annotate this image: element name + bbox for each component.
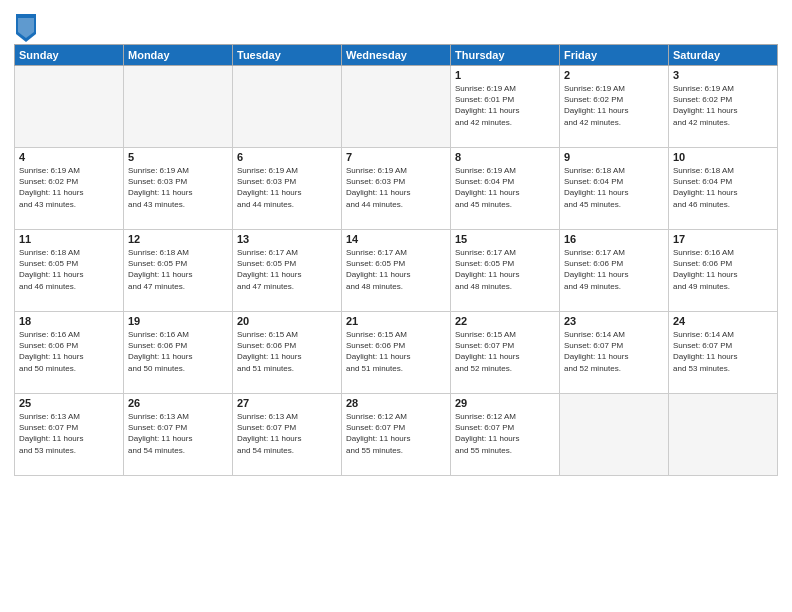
calendar-cell: [560, 394, 669, 476]
calendar-week-row: 4Sunrise: 6:19 AM Sunset: 6:02 PM Daylig…: [15, 148, 778, 230]
weekday-header-row: SundayMondayTuesdayWednesdayThursdayFrid…: [15, 45, 778, 66]
calendar-cell: 1Sunrise: 6:19 AM Sunset: 6:01 PM Daylig…: [451, 66, 560, 148]
logo-icon: [16, 14, 36, 42]
calendar-cell: 23Sunrise: 6:14 AM Sunset: 6:07 PM Dayli…: [560, 312, 669, 394]
day-info: Sunrise: 6:18 AM Sunset: 6:05 PM Dayligh…: [19, 247, 119, 292]
calendar-cell: 12Sunrise: 6:18 AM Sunset: 6:05 PM Dayli…: [124, 230, 233, 312]
day-number: 24: [673, 315, 773, 327]
calendar-cell: 10Sunrise: 6:18 AM Sunset: 6:04 PM Dayli…: [669, 148, 778, 230]
day-number: 12: [128, 233, 228, 245]
weekday-header: Wednesday: [342, 45, 451, 66]
weekday-header: Tuesday: [233, 45, 342, 66]
day-number: 9: [564, 151, 664, 163]
calendar-cell: 17Sunrise: 6:16 AM Sunset: 6:06 PM Dayli…: [669, 230, 778, 312]
day-number: 29: [455, 397, 555, 409]
day-info: Sunrise: 6:19 AM Sunset: 6:04 PM Dayligh…: [455, 165, 555, 210]
day-number: 5: [128, 151, 228, 163]
day-number: 6: [237, 151, 337, 163]
day-info: Sunrise: 6:17 AM Sunset: 6:06 PM Dayligh…: [564, 247, 664, 292]
day-number: 19: [128, 315, 228, 327]
calendar-cell: 27Sunrise: 6:13 AM Sunset: 6:07 PM Dayli…: [233, 394, 342, 476]
day-number: 25: [19, 397, 119, 409]
day-number: 21: [346, 315, 446, 327]
day-info: Sunrise: 6:19 AM Sunset: 6:01 PM Dayligh…: [455, 83, 555, 128]
day-info: Sunrise: 6:14 AM Sunset: 6:07 PM Dayligh…: [564, 329, 664, 374]
calendar-cell: 2Sunrise: 6:19 AM Sunset: 6:02 PM Daylig…: [560, 66, 669, 148]
calendar-cell: 3Sunrise: 6:19 AM Sunset: 6:02 PM Daylig…: [669, 66, 778, 148]
day-number: 16: [564, 233, 664, 245]
day-number: 8: [455, 151, 555, 163]
calendar-cell: 21Sunrise: 6:15 AM Sunset: 6:06 PM Dayli…: [342, 312, 451, 394]
calendar-cell: 7Sunrise: 6:19 AM Sunset: 6:03 PM Daylig…: [342, 148, 451, 230]
day-number: 10: [673, 151, 773, 163]
day-info: Sunrise: 6:19 AM Sunset: 6:02 PM Dayligh…: [19, 165, 119, 210]
day-info: Sunrise: 6:12 AM Sunset: 6:07 PM Dayligh…: [346, 411, 446, 456]
calendar-cell: 15Sunrise: 6:17 AM Sunset: 6:05 PM Dayli…: [451, 230, 560, 312]
calendar-table: SundayMondayTuesdayWednesdayThursdayFrid…: [14, 44, 778, 476]
weekday-header: Thursday: [451, 45, 560, 66]
calendar-cell: [124, 66, 233, 148]
day-number: 26: [128, 397, 228, 409]
day-number: 1: [455, 69, 555, 81]
day-info: Sunrise: 6:14 AM Sunset: 6:07 PM Dayligh…: [673, 329, 773, 374]
calendar-cell: 29Sunrise: 6:12 AM Sunset: 6:07 PM Dayli…: [451, 394, 560, 476]
day-info: Sunrise: 6:16 AM Sunset: 6:06 PM Dayligh…: [128, 329, 228, 374]
day-number: 20: [237, 315, 337, 327]
day-info: Sunrise: 6:13 AM Sunset: 6:07 PM Dayligh…: [19, 411, 119, 456]
day-number: 22: [455, 315, 555, 327]
day-info: Sunrise: 6:17 AM Sunset: 6:05 PM Dayligh…: [346, 247, 446, 292]
calendar-cell: 28Sunrise: 6:12 AM Sunset: 6:07 PM Dayli…: [342, 394, 451, 476]
calendar-cell: 16Sunrise: 6:17 AM Sunset: 6:06 PM Dayli…: [560, 230, 669, 312]
calendar-cell: [15, 66, 124, 148]
day-number: 18: [19, 315, 119, 327]
day-number: 7: [346, 151, 446, 163]
day-info: Sunrise: 6:15 AM Sunset: 6:06 PM Dayligh…: [237, 329, 337, 374]
calendar-cell: 25Sunrise: 6:13 AM Sunset: 6:07 PM Dayli…: [15, 394, 124, 476]
weekday-header: Saturday: [669, 45, 778, 66]
day-info: Sunrise: 6:18 AM Sunset: 6:04 PM Dayligh…: [564, 165, 664, 210]
weekday-header: Friday: [560, 45, 669, 66]
day-info: Sunrise: 6:19 AM Sunset: 6:03 PM Dayligh…: [128, 165, 228, 210]
page: SundayMondayTuesdayWednesdayThursdayFrid…: [0, 0, 792, 612]
day-info: Sunrise: 6:19 AM Sunset: 6:03 PM Dayligh…: [346, 165, 446, 210]
day-number: 14: [346, 233, 446, 245]
day-number: 23: [564, 315, 664, 327]
day-number: 15: [455, 233, 555, 245]
day-info: Sunrise: 6:13 AM Sunset: 6:07 PM Dayligh…: [128, 411, 228, 456]
day-info: Sunrise: 6:13 AM Sunset: 6:07 PM Dayligh…: [237, 411, 337, 456]
calendar-week-row: 11Sunrise: 6:18 AM Sunset: 6:05 PM Dayli…: [15, 230, 778, 312]
day-info: Sunrise: 6:16 AM Sunset: 6:06 PM Dayligh…: [19, 329, 119, 374]
calendar-cell: 18Sunrise: 6:16 AM Sunset: 6:06 PM Dayli…: [15, 312, 124, 394]
calendar-week-row: 18Sunrise: 6:16 AM Sunset: 6:06 PM Dayli…: [15, 312, 778, 394]
day-info: Sunrise: 6:18 AM Sunset: 6:05 PM Dayligh…: [128, 247, 228, 292]
day-info: Sunrise: 6:17 AM Sunset: 6:05 PM Dayligh…: [237, 247, 337, 292]
day-info: Sunrise: 6:15 AM Sunset: 6:07 PM Dayligh…: [455, 329, 555, 374]
day-number: 4: [19, 151, 119, 163]
calendar-cell: [233, 66, 342, 148]
calendar-cell: [342, 66, 451, 148]
weekday-header: Monday: [124, 45, 233, 66]
day-number: 2: [564, 69, 664, 81]
calendar-cell: 20Sunrise: 6:15 AM Sunset: 6:06 PM Dayli…: [233, 312, 342, 394]
day-number: 3: [673, 69, 773, 81]
day-info: Sunrise: 6:16 AM Sunset: 6:06 PM Dayligh…: [673, 247, 773, 292]
day-number: 28: [346, 397, 446, 409]
calendar-cell: 8Sunrise: 6:19 AM Sunset: 6:04 PM Daylig…: [451, 148, 560, 230]
day-info: Sunrise: 6:17 AM Sunset: 6:05 PM Dayligh…: [455, 247, 555, 292]
calendar-cell: 14Sunrise: 6:17 AM Sunset: 6:05 PM Dayli…: [342, 230, 451, 312]
calendar-cell: 11Sunrise: 6:18 AM Sunset: 6:05 PM Dayli…: [15, 230, 124, 312]
calendar-week-row: 1Sunrise: 6:19 AM Sunset: 6:01 PM Daylig…: [15, 66, 778, 148]
day-number: 17: [673, 233, 773, 245]
calendar-cell: 9Sunrise: 6:18 AM Sunset: 6:04 PM Daylig…: [560, 148, 669, 230]
day-number: 27: [237, 397, 337, 409]
day-info: Sunrise: 6:19 AM Sunset: 6:03 PM Dayligh…: [237, 165, 337, 210]
calendar-cell: 5Sunrise: 6:19 AM Sunset: 6:03 PM Daylig…: [124, 148, 233, 230]
day-number: 13: [237, 233, 337, 245]
day-info: Sunrise: 6:19 AM Sunset: 6:02 PM Dayligh…: [673, 83, 773, 128]
day-info: Sunrise: 6:19 AM Sunset: 6:02 PM Dayligh…: [564, 83, 664, 128]
calendar-cell: 24Sunrise: 6:14 AM Sunset: 6:07 PM Dayli…: [669, 312, 778, 394]
day-number: 11: [19, 233, 119, 245]
calendar-cell: 4Sunrise: 6:19 AM Sunset: 6:02 PM Daylig…: [15, 148, 124, 230]
weekday-header: Sunday: [15, 45, 124, 66]
calendar-cell: 19Sunrise: 6:16 AM Sunset: 6:06 PM Dayli…: [124, 312, 233, 394]
